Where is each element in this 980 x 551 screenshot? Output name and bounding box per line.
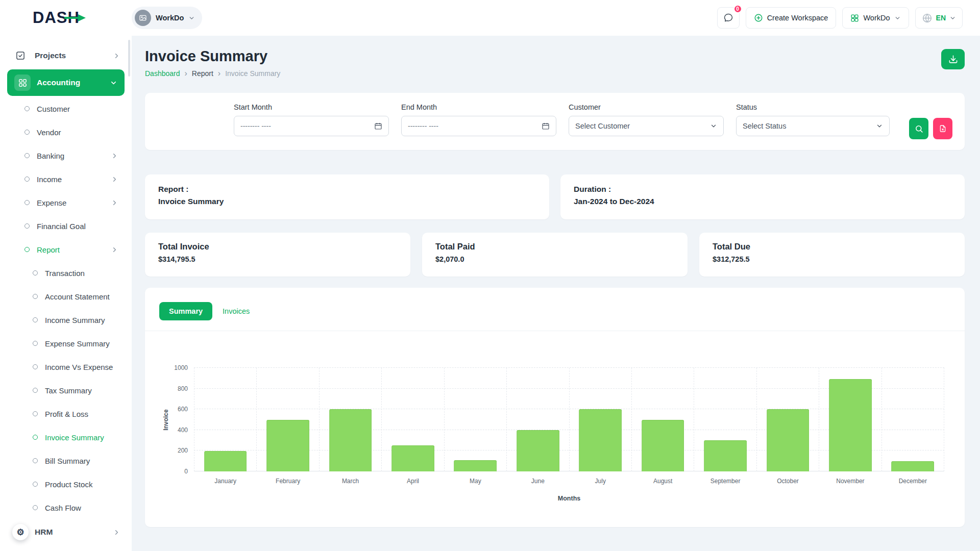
chart-x-tick-label: March <box>320 478 381 485</box>
bar-january[interactable] <box>204 451 247 471</box>
chart-x-tick-label: December <box>882 478 944 485</box>
reset-filter-button[interactable] <box>933 118 952 139</box>
sidebar-item-label: Income Summary <box>45 316 105 324</box>
messages-button[interactable]: 0 <box>717 7 740 29</box>
sidebar-item-customer[interactable]: Customer <box>0 97 132 120</box>
bar-august[interactable] <box>642 420 684 472</box>
bar-december[interactable] <box>891 461 934 471</box>
chart-x-tick-label: June <box>507 478 569 485</box>
sidebar-item-income[interactable]: Income <box>0 167 132 191</box>
report-value: Invoice Summary <box>158 197 536 206</box>
chevron-right-icon <box>111 199 118 207</box>
duration-value: Jan-2024 to Dec-2024 <box>574 197 951 206</box>
workdo-menu-button[interactable]: WorkDo <box>842 7 909 29</box>
sidebar-item-label: Customer <box>37 105 70 113</box>
workspace-avatar <box>135 10 151 26</box>
tab-invoices[interactable]: Invoices <box>223 307 250 315</box>
calendar-icon[interactable] <box>542 122 550 130</box>
chevron-down-icon <box>949 15 956 21</box>
sidebar-item-transaction[interactable]: Transaction <box>0 261 132 285</box>
workspace-switcher[interactable]: WorkDo <box>132 7 202 29</box>
sidebar-item-label: Accounting <box>37 78 80 87</box>
sidebar-item-profit-loss[interactable]: Profit & Loss <box>0 402 132 425</box>
bar-july[interactable] <box>579 409 622 471</box>
ring-bullet-icon <box>24 223 30 229</box>
sidebar-item-projects[interactable]: Projects <box>0 43 132 68</box>
duration-label: Duration : <box>574 185 951 194</box>
app-logo[interactable]: DASH <box>33 9 132 27</box>
end-month-field: End Month <box>401 103 556 136</box>
bar-october[interactable] <box>767 409 810 471</box>
sidebar-item-income-summary[interactable]: Income Summary <box>0 308 132 332</box>
breadcrumb-current: Invoice Summary <box>225 69 280 78</box>
chart-x-tick-label: October <box>757 478 819 485</box>
ring-bullet-icon <box>33 317 38 322</box>
sidebar-item-label: Tax Summary <box>45 386 92 395</box>
bar-april[interactable] <box>391 445 434 471</box>
breadcrumb-report-link[interactable]: Report <box>192 69 213 78</box>
sidebar-scrollbar[interactable] <box>128 40 130 77</box>
sidebar-item-report[interactable]: Report <box>0 238 132 261</box>
sidebar-item-hrm[interactable]: ⚙HRM <box>0 519 132 545</box>
chart-x-tick-label: September <box>694 478 756 485</box>
tab-summary[interactable]: Summary <box>159 302 212 320</box>
sidebar-item-label: Report <box>37 245 60 254</box>
breadcrumb-separator-icon: › <box>218 69 220 78</box>
chevron-down-icon <box>894 15 901 21</box>
chevron-right-icon <box>111 152 118 160</box>
ring-bullet-icon <box>33 270 38 276</box>
sidebar-item-label: Projects <box>35 51 66 60</box>
sidebar-item-expense-summary[interactable]: Expense Summary <box>0 332 132 355</box>
filter-card: Start Month End Month Customer Select Cu… <box>145 93 965 150</box>
export-button[interactable] <box>941 49 965 69</box>
chart-y-tick-label: 200 <box>165 447 188 454</box>
start-month-input[interactable] <box>234 116 389 136</box>
chart-y-tick-label: 400 <box>165 427 188 434</box>
bar-november[interactable] <box>829 379 872 471</box>
sidebar-item-product-stock[interactable]: Product Stock <box>0 472 132 496</box>
sidebar-item-tax-summary[interactable]: Tax Summary <box>0 379 132 402</box>
calendar-icon[interactable] <box>374 122 382 130</box>
breadcrumb: Dashboard › Report › Invoice Summary <box>145 69 280 78</box>
chart-y-tick-label: 800 <box>165 385 188 392</box>
sidebar-item-expense[interactable]: Expense <box>0 191 132 214</box>
globe-icon <box>922 13 933 23</box>
apply-filter-button[interactable] <box>909 118 928 139</box>
end-month-value[interactable] <box>408 122 542 130</box>
chart-plot-area: Invoice 02004006008001000JanuaryFebruary… <box>194 368 944 471</box>
sidebar-item-financial-goal[interactable]: Financial Goal <box>0 214 132 238</box>
language-selector[interactable]: EN <box>915 7 963 29</box>
sidebar-item-accounting[interactable]: Accounting <box>7 69 125 96</box>
chat-bubble-icon <box>723 13 733 23</box>
chevron-down-icon <box>710 122 717 130</box>
chart-card: Summary Invoices Invoice 020040060080010… <box>145 288 965 527</box>
start-month-value[interactable] <box>240 122 374 130</box>
sidebar-item-cash-flow[interactable]: Cash Flow <box>0 496 132 519</box>
sidebar-item-account-statement[interactable]: Account Statement <box>0 285 132 308</box>
bar-june[interactable] <box>517 430 559 471</box>
sidebar-item-banking[interactable]: Banking <box>0 144 132 167</box>
sidebar-item-vendor[interactable]: Vendor <box>0 120 132 144</box>
create-workspace-button[interactable]: Create Workspace <box>746 7 837 29</box>
bar-february[interactable] <box>266 420 309 472</box>
customer-select[interactable]: Select Customer <box>569 116 724 136</box>
sidebar-item-label: Cash Flow <box>45 504 81 512</box>
invoice-bar-chart: Invoice 02004006008001000JanuaryFebruary… <box>145 331 965 502</box>
bar-march[interactable] <box>329 409 372 471</box>
end-month-input[interactable] <box>401 116 556 136</box>
chart-y-tick-label: 1000 <box>165 364 188 371</box>
sidebar-item-label: HRM <box>35 528 53 537</box>
chevron-right-icon <box>111 176 118 183</box>
chart-x-axis-title: Months <box>194 495 944 502</box>
bar-september[interactable] <box>704 440 747 471</box>
ring-bullet-icon <box>33 482 38 487</box>
sidebar-item-label: Vendor <box>37 128 61 137</box>
status-select[interactable]: Select Status <box>736 116 890 136</box>
sidebar-item-income-vs-expense[interactable]: Income Vs Expense <box>0 355 132 379</box>
bar-may[interactable] <box>454 460 497 471</box>
breadcrumb-dashboard-link[interactable]: Dashboard <box>145 69 180 78</box>
chevron-right-icon <box>113 529 120 536</box>
sidebar-item-label: Invoice Summary <box>45 433 104 442</box>
sidebar-item-invoice-summary[interactable]: Invoice Summary <box>0 425 132 449</box>
sidebar-item-bill-summary[interactable]: Bill Summary <box>0 449 132 472</box>
